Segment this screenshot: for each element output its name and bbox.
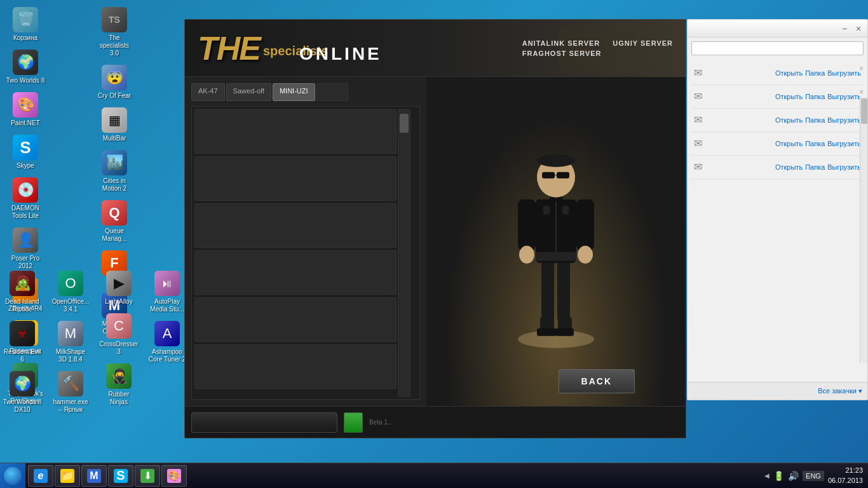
desktop-icon-trash[interactable]: 🗑️ Корзина (3, 3, 48, 46)
download-items-list: ✉ Открыть Папка Выгрузить × ✉ Открыть (688, 59, 867, 182)
two-worlds-icon: 🌍 (13, 50, 38, 75)
back-button[interactable]: BACK (559, 369, 635, 393)
lightalloy-icon: ▶ (106, 271, 132, 296)
multibar-label: MultiBar (103, 135, 126, 142)
download-folder-4[interactable]: Папка (805, 140, 825, 147)
two-worlds-label: Two Worlds II (6, 77, 44, 85)
download-minimize-button[interactable]: − (839, 24, 850, 34)
weapon-slot-2[interactable] (194, 156, 397, 201)
desktop-icon-openoffice[interactable]: O OpenOffice... 3.4.1 (48, 267, 93, 317)
desktop-icon-autoplay[interactable]: ⏯ AutoPlay Media Stu... (145, 267, 189, 317)
desktop-icon-rubber[interactable]: 🥷 Rubber Ninjas (97, 360, 141, 410)
svg-rect-5 (555, 329, 574, 336)
desktop-icon-skype[interactable]: S Skype (3, 131, 48, 173)
tray-chevron-icon[interactable]: ◀ (764, 472, 770, 479)
taskbar-item-ie[interactable]: e (28, 465, 53, 487)
desktop-icon-two2dx10[interactable]: 🌍 Two Worlds II DX10 (0, 367, 44, 417)
download-item-3: ✉ Открыть Папка Выгрузить × (691, 109, 864, 132)
desktop-icon-cities[interactable]: 🏙️ Cities in Motion 2 (92, 146, 137, 196)
milkshape-icon: M (58, 321, 83, 346)
download-unload-3[interactable]: Выгрузить (827, 116, 861, 124)
download-item-2: ✉ Открыть Папка Выгрузить × (691, 85, 864, 109)
download-unload-2[interactable]: Выгрузить (827, 93, 861, 100)
desktop-icon-dead[interactable]: 🧟 Dead Island Riptide (0, 267, 44, 317)
download-item-5: ✉ Открыть Папка Выгрузить × (691, 156, 864, 179)
download-unload-1[interactable]: Выгрузить (827, 69, 861, 77)
start-button[interactable] (0, 463, 25, 489)
weapon-tab-miniuzi[interactable]: MINI-UZI (273, 83, 315, 101)
download-folder-1[interactable]: Папка (805, 69, 825, 77)
weapon-slot-6[interactable] (194, 344, 397, 389)
server-links-row1: ANITALINK SERVER UGNIY SERVER (522, 39, 673, 47)
lang-indicator[interactable]: ENG (803, 471, 824, 481)
weapon-slot-1[interactable] (194, 109, 397, 154)
desktop-icon-ashampoo[interactable]: A Ashampoo Core Tuner 2 (145, 317, 189, 367)
taskbar-skype-icon: S (114, 469, 128, 483)
weapon-tab-empty (316, 83, 348, 101)
desktop-icon-milkshape[interactable]: M MilkShape 3D 1.8.4 (48, 317, 93, 367)
openoffice-label: OpenOffice... 3.4.1 (51, 298, 90, 313)
desktop-icon-daemon[interactable]: 💿 DAEMON Tools Lite (3, 173, 48, 224)
desktop-icon-resident[interactable]: ☣ Resident Evil 6 (0, 317, 44, 367)
server-link-fraghost[interactable]: FRAGHOST SERVER (522, 50, 602, 57)
autoplay-icon: ⏯ (154, 271, 180, 296)
svg-rect-17 (557, 172, 569, 179)
desktop-icon-crossdresser[interactable]: C CrossDresser 3 (97, 309, 141, 360)
taskbar-item-explorer[interactable]: 📁 (55, 465, 80, 487)
download-item-close-2[interactable]: × (859, 88, 864, 97)
download-folder-5[interactable]: Папка (805, 163, 825, 171)
bottom-green-button[interactable] (344, 412, 363, 433)
download-folder-2[interactable]: Папка (805, 93, 825, 100)
svg-rect-11 (518, 200, 536, 250)
download-open-5[interactable]: Открыть (775, 163, 803, 171)
weapon-tab-ak47[interactable]: AK-47 (191, 83, 225, 101)
download-scrollbar[interactable] (860, 97, 867, 363)
taskbar-explorer-icon: 📁 (60, 469, 74, 483)
download-panel: − × ✉ Открыть Папка Выгрузить × (687, 19, 868, 400)
download-search-input[interactable] (691, 41, 864, 55)
trash-icon: 🗑️ (13, 7, 38, 32)
desktop-icon-cry[interactable]: 😨 Cry Of Fear (92, 61, 137, 104)
server-link-ugniy[interactable]: UGNIY SERVER (613, 39, 673, 47)
weapon-slot-3[interactable] (194, 203, 397, 248)
weapon-tab-sawedoff[interactable]: Sawed-off (226, 83, 271, 101)
download-open-4[interactable]: Открыть (775, 140, 803, 147)
download-folder-3[interactable]: Папка (805, 116, 825, 124)
rubber-icon: 🥷 (106, 363, 132, 389)
weapon-panel: AK-47 Sawed-off MINI-UZI (185, 77, 426, 406)
download-item-close-1[interactable]: × (859, 64, 864, 73)
taskbar-clock[interactable]: 21:23 06.07.2013 (828, 466, 863, 485)
weapon-scrollbar[interactable] (398, 109, 410, 396)
dead-label: Dead Island Riptide (3, 298, 42, 313)
download-open-1[interactable]: Открыть (775, 69, 803, 77)
server-link-anitalink[interactable]: ANITALINK SERVER (522, 39, 600, 47)
download-all-link[interactable]: Все закачки ▾ (818, 387, 862, 395)
taskbar-item-skype[interactable]: S (108, 465, 133, 487)
desktop-icon-paintnet[interactable]: 🎨 Paint.NET (3, 88, 48, 131)
desktop-icon-specialists[interactable]: TS The specialists 3.0 (92, 3, 137, 61)
paintnet-label: Paint.NET (11, 119, 40, 127)
queue-icon: Q (102, 200, 127, 226)
download-unload-4[interactable]: Выгрузить (827, 140, 861, 147)
taskbar-item-download[interactable]: ⬇ (135, 465, 160, 487)
download-unload-5[interactable]: Выгрузить (827, 163, 861, 171)
taskbar-item-paint[interactable]: 🎨 (161, 465, 187, 487)
desktop-icon-queue[interactable]: Q Queue Manag... (92, 196, 137, 247)
taskbar-item-maxthon[interactable]: M (81, 465, 107, 487)
skype-icon: S (13, 135, 38, 160)
specialists-label: The specialists 3.0 (95, 34, 134, 57)
download-item-icon-3: ✉ (694, 114, 707, 126)
desktop-icon-hammer[interactable]: 🔨 hammer.exe – Ярлык (48, 367, 93, 417)
weapon-slot-4[interactable] (194, 250, 397, 295)
desktop-icon-lightalloy[interactable]: ▶ LightAlloy (97, 267, 141, 309)
weapon-slot-5[interactable] (194, 297, 397, 342)
cry-label: Cry Of Fear (98, 92, 131, 100)
download-open-2[interactable]: Открыть (775, 93, 803, 100)
svg-rect-7 (557, 260, 570, 320)
desktop-icon-multibar[interactable]: ▦ MultiBar (92, 104, 137, 146)
desktop-icon-two-worlds[interactable]: 🌍 Two Worlds II (3, 46, 48, 88)
scrollbar-thumb (400, 114, 409, 133)
download-close-button[interactable]: × (853, 24, 864, 34)
crossdresser-label: CrossDresser 3 (99, 341, 139, 356)
download-open-3[interactable]: Открыть (775, 116, 803, 124)
